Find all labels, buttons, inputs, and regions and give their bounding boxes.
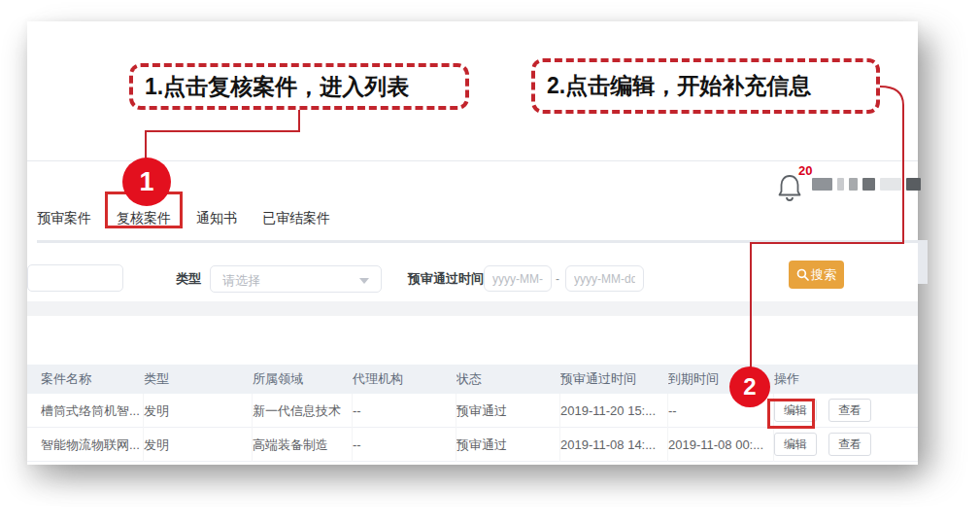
cell-case-name: 智能物流物联网... xyxy=(41,428,144,462)
date-from-input[interactable] xyxy=(484,265,552,292)
date-to-input[interactable] xyxy=(565,265,644,292)
table-row: 智能物流物联网... 发明 高端装备制造 -- 预审通过 2019-11-08 … xyxy=(27,428,918,462)
callout-step2: 2.点击编辑，开始补充信息 xyxy=(531,58,880,114)
cell-case-name: 槽筒式络筒机智... xyxy=(41,394,144,428)
cell-pass-time: 2019-11-08 14:... xyxy=(560,428,668,462)
notification-badge: 20 xyxy=(798,163,812,178)
col-pass-time: 预审通过时间 xyxy=(560,370,668,388)
cell-expire-time: 2019-11-08 00:... xyxy=(668,428,774,462)
notification-area: 20 xyxy=(773,163,831,218)
cell-pass-time: 2019-11-20 15:... xyxy=(560,394,668,428)
view-button[interactable]: 查看 xyxy=(828,399,871,422)
callout-step1: 1.点击复核案件，进入列表 xyxy=(129,63,469,110)
user-name-redacted xyxy=(812,177,921,191)
highlight-edit-button xyxy=(767,399,815,429)
type-select-placeholder: 请选择 xyxy=(222,272,260,290)
callout-step1-text: 1.点击复核案件，进入列表 xyxy=(145,72,409,102)
view-button[interactable]: 查看 xyxy=(828,433,871,456)
screenshot-stage: 20 预审案件 复核案件 通知书 已审结案件 xyxy=(0,0,980,523)
search-button-label: 搜索 xyxy=(811,266,836,284)
col-field: 所属领域 xyxy=(253,370,353,388)
col-type: 类型 xyxy=(144,370,253,388)
cell-type: 发明 xyxy=(144,394,253,428)
step1-number: 1 xyxy=(139,167,153,197)
col-agency: 代理机构 xyxy=(353,370,456,388)
pass-date-label: 预审通过时间 xyxy=(408,270,484,288)
type-select[interactable]: 请选择 xyxy=(210,265,382,293)
step2-number-marker: 2 xyxy=(729,366,770,407)
tab-label: 预审案件 xyxy=(37,210,91,226)
tab-bar: 预审案件 复核案件 通知书 已审结案件 xyxy=(37,196,355,240)
cell-agency: -- xyxy=(353,394,456,428)
tab-label: 已审结案件 xyxy=(262,210,330,226)
col-case-name: 案件名称 xyxy=(41,370,144,388)
col-actions: 操作 xyxy=(774,370,918,388)
cell-agency: -- xyxy=(353,428,456,462)
cell-field: 新一代信息技术 xyxy=(253,394,353,428)
callout-step2-text: 2.点击编辑，开始补充信息 xyxy=(547,71,811,101)
tab-closed-cases[interactable]: 已审结案件 xyxy=(262,210,330,227)
search-icon xyxy=(796,268,809,281)
step2-number: 2 xyxy=(743,373,756,401)
step1-number-marker: 1 xyxy=(122,157,171,206)
keyword-input[interactable] xyxy=(27,264,123,292)
edit-button[interactable]: 编辑 xyxy=(774,433,817,456)
cell-status: 预审通过 xyxy=(456,428,560,462)
cell-actions: 编辑 查看 xyxy=(774,433,918,456)
cell-field: 高端装备制造 xyxy=(253,428,353,462)
table-header: 案件名称 类型 所属领域 代理机构 状态 预审通过时间 到期时间 操作 xyxy=(27,365,918,394)
date-range-separator: - xyxy=(556,272,559,286)
cell-status: 预审通过 xyxy=(456,394,560,428)
filter-bar: 类型 请选择 预审通过时间 - 搜索 xyxy=(27,243,918,301)
tab-notices[interactable]: 通知书 xyxy=(196,210,237,227)
cell-type: 发明 xyxy=(144,428,253,462)
tab-pre-review-cases[interactable]: 预审案件 xyxy=(37,210,91,227)
chevron-down-icon xyxy=(359,278,369,284)
search-button[interactable]: 搜索 xyxy=(789,261,844,289)
col-status: 状态 xyxy=(456,370,560,388)
section-gap xyxy=(27,301,918,316)
type-label: 类型 xyxy=(176,270,201,288)
tab-label: 通知书 xyxy=(196,210,237,226)
